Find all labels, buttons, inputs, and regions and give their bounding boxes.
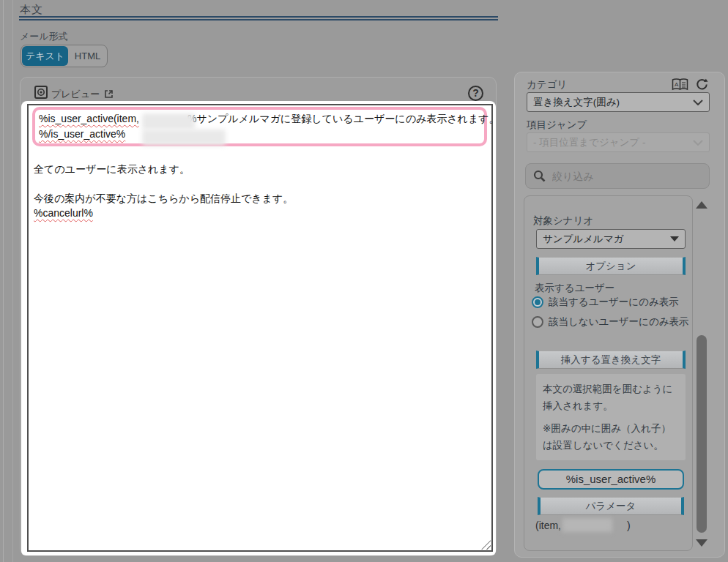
dropdown-arrow-icon [670, 236, 679, 241]
svg-text:A: A [675, 81, 679, 88]
preview-header: プレビュー ? [21, 78, 496, 101]
preview-card: %is_user_active(item,%サンプルメルマガに登録しているユーザ… [21, 101, 496, 555]
mail-format-label: メール形式 [20, 30, 68, 43]
dictionary-icon[interactable]: A [672, 78, 688, 91]
is-user-active-tag-button[interactable]: %is_user_active% [538, 469, 684, 490]
refresh-icon[interactable] [696, 78, 708, 91]
filter-search-box [525, 163, 710, 189]
display-user-label: 表示するユーザー [535, 282, 614, 295]
redacted-area [142, 130, 226, 146]
cancelurl-tag: %cancelurl% [34, 207, 93, 219]
insert-header-button[interactable]: 挿入する置き換え文字 [536, 351, 686, 369]
tag-close-text: %/is_user_active% [39, 128, 125, 140]
redacted-area [562, 518, 612, 532]
category-select[interactable]: 置き換え文字(囲み) [527, 92, 710, 112]
radio-nomatch-row[interactable]: 該当しないユーザーにのみ表示 [532, 315, 689, 329]
radio-match-label: 該当するユーザーにのみ表示 [549, 296, 679, 309]
radio-nomatch-label: 該当しないユーザーにのみ表示 [549, 315, 689, 329]
chevron-down-icon [693, 140, 703, 146]
search-icon [533, 170, 546, 182]
mail-body-text: 全てのユーザーに表示されます。 今後の案内が不要な方はこちらから配信停止できます… [34, 162, 293, 220]
page-title: 本文 [20, 3, 43, 17]
parameter-header-button[interactable]: パラメータ [538, 497, 684, 515]
eye-icon [34, 86, 48, 99]
scenario-select-value: サンプルメルマガ [543, 233, 624, 246]
radio-match-row[interactable]: 該当するユーザーにのみ表示 [532, 296, 679, 309]
mail-format-tabs: テキスト HTML [21, 45, 108, 67]
options-header-button[interactable]: オプション [536, 257, 686, 275]
radio-unselected-icon[interactable] [532, 316, 543, 328]
insert-note-box: 本文の選択範囲を囲むように挿入されます。 ※囲みの中に囲み（入れ子）は設置しない… [536, 374, 686, 460]
preview-widget: プレビュー ? %is_user_active(item,%サンプルメルマガに登… [20, 77, 497, 556]
external-link-icon[interactable] [104, 89, 114, 99]
replacement-panel: 対象シナリオ サンプルメルマガ オプション 表示するユーザー 該当するユーザーに… [524, 195, 693, 551]
title-rule-bottom [19, 19, 498, 20]
radio-selected-icon[interactable] [532, 296, 543, 308]
preview-textarea[interactable]: %is_user_active(item,%サンプルメルマガに登録しているユーザ… [27, 104, 493, 552]
scenario-select[interactable]: サンプルメルマガ [536, 229, 686, 249]
highlight-description-text: %サンプルメルマガに登録しているユーザーにのみ表示されます。 [187, 113, 499, 124]
scroll-down-arrow[interactable] [696, 539, 707, 547]
page-edge-line [3, 0, 4, 562]
redacted-area [142, 113, 195, 130]
tag-open-text: %is_user_active(item, [39, 113, 139, 124]
jump-select[interactable]: - 項目位置までジャンプ - [527, 132, 710, 152]
jump-select-value: - 項目位置までジャンプ - [533, 136, 645, 149]
highlight-text: %is_user_active(item,%サンプルメルマガに登録しているユーザ… [39, 111, 499, 142]
jump-label: 項目ジャンプ [527, 119, 587, 132]
preview-label: プレビュー [51, 88, 100, 101]
chevron-down-icon [693, 100, 703, 105]
panel-edge-line [12, 0, 13, 562]
help-icon[interactable]: ? [468, 86, 483, 101]
replacement-sidebar: カテゴリ A 置き換え文字(囲み) 項目ジャンプ - 項目位置までジャンプ - … [514, 72, 725, 558]
resize-grip[interactable] [481, 540, 491, 550]
highlight-block: %is_user_active(item,%サンプルメルマガに登録しているユーザ… [32, 107, 487, 146]
category-label: カテゴリ [527, 78, 567, 91]
scrollbar-thumb[interactable] [697, 335, 707, 533]
scroll-up-arrow[interactable] [696, 201, 707, 209]
category-select-value: 置き換え文字(囲み) [533, 96, 620, 109]
title-rule-top [19, 16, 498, 18]
filter-search-input[interactable] [552, 171, 691, 182]
tab-text[interactable]: テキスト [22, 46, 68, 66]
tab-html[interactable]: HTML [68, 50, 107, 61]
insert-note-1: 本文の選択範囲を囲むように挿入されます。 [543, 381, 679, 414]
insert-note-2: ※囲みの中に囲み（入れ子）は設置しないでください。 [543, 420, 679, 454]
scenario-label: 対象シナリオ [533, 214, 593, 228]
